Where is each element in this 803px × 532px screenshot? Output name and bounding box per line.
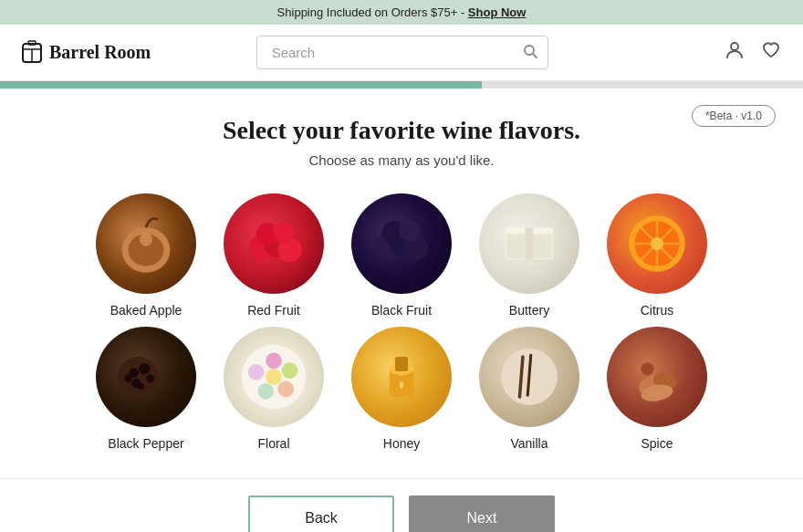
heart-icon[interactable] [761,40,781,66]
svg-point-9 [140,234,152,246]
flavor-label-honey: Honey [383,436,420,451]
svg-point-32 [124,374,132,382]
svg-point-30 [146,374,154,382]
flavor-circle-black-pepper [96,327,196,427]
flavor-label-citrus: Citrus [641,303,674,318]
svg-point-19 [399,220,420,241]
flavor-label-floral: Floral [257,436,289,451]
svg-rect-23 [526,227,534,259]
flavor-circle-spice [607,327,707,427]
search-icon [523,44,537,62]
svg-point-33 [138,383,144,390]
progress-bar [0,81,803,89]
flavor-item-buttery[interactable]: Buttery [474,193,584,318]
flavor-label-spice: Spice [641,436,673,451]
next-button[interactable]: Next [409,495,555,532]
flavor-label-red-fruit: Red Fruit [247,303,300,318]
progress-bar-fill [0,81,482,89]
flavor-item-black-pepper[interactable]: Black Pepper [91,327,201,451]
bottom-bar: Back Next [0,478,803,532]
flavor-circle-vanilla [479,327,579,427]
top-banner: Shipping Included on Orders $75+ - Shop … [0,0,803,25]
svg-point-29 [139,363,150,374]
svg-point-37 [277,381,294,397]
flavor-row-2: Black PepperFloralHoneyVanillaSpice [36,327,766,451]
shop-now-link[interactable]: Shop Now [468,5,527,19]
svg-rect-43 [395,357,408,371]
search-input[interactable] [256,36,548,69]
flavor-item-red-fruit[interactable]: Red Fruit [219,193,328,318]
logo-icon [22,40,42,66]
header-icons [725,40,781,66]
svg-point-6 [731,43,738,50]
main-content: *Beta · v1.0 Select your favorite wine f… [0,89,803,469]
logo-text: Barrel Room [49,42,151,63]
flavor-circle-buttery [479,193,579,294]
flavor-circle-baked-apple [96,193,196,294]
flavor-item-spice[interactable]: Spice [602,327,712,451]
flavor-circle-floral [224,327,324,427]
page-subtitle: Choose as many as you'd like. [36,152,766,168]
user-icon[interactable] [725,40,745,66]
banner-text: Shipping Included on Orders $75+ - [277,5,468,19]
svg-point-50 [641,362,653,375]
flavor-label-black-pepper: Black Pepper [108,436,183,451]
back-button[interactable]: Back [248,495,394,532]
flavor-label-baked-apple: Baked Apple [110,303,182,318]
flavor-item-vanilla[interactable]: Vanilla [474,327,584,451]
flavor-item-baked-apple[interactable]: Baked Apple [91,193,201,318]
flavor-circle-red-fruit [224,193,324,294]
flavor-item-floral[interactable]: Floral [219,327,328,451]
svg-point-40 [266,369,282,385]
flavor-circle-black-fruit [351,193,452,294]
beta-badge: *Beta · v1.0 [692,105,776,127]
svg-point-36 [282,362,298,379]
flavor-item-honey[interactable]: Honey [347,327,456,451]
page-title: Select your favorite wine flavors. [36,116,766,145]
svg-point-26 [651,237,663,250]
svg-point-38 [257,383,274,400]
svg-point-14 [273,222,294,243]
flavor-label-buttery: Buttery [509,303,549,318]
header: Barrel Room [0,25,803,81]
flavor-circle-honey [351,327,452,427]
svg-point-39 [248,364,265,381]
flavor-label-vanilla: Vanilla [511,436,548,451]
logo[interactable]: Barrel Room [22,40,168,66]
svg-line-5 [533,54,537,57]
flavor-label-black-fruit: Black Fruit [371,303,432,318]
flavor-item-citrus[interactable]: Citrus [602,193,712,318]
flavor-circle-citrus [607,193,707,294]
flavor-item-black-fruit[interactable]: Black Fruit [347,193,456,318]
svg-point-35 [266,353,282,370]
search-bar [256,36,548,69]
flavor-row-1: Baked AppleRed FruitBlack FruitButteryCi… [36,193,766,318]
